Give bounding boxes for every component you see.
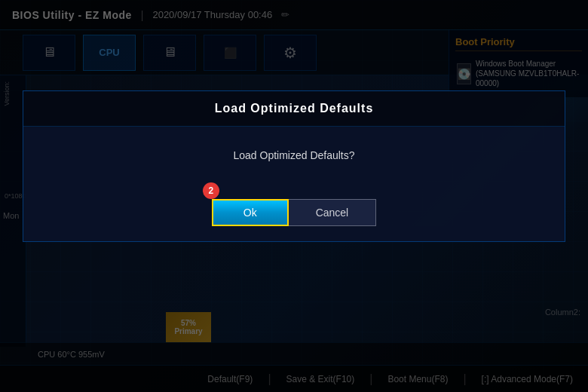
dialog-body: Load Optimized Defaults? 2 Ok Cancel xyxy=(23,127,565,241)
step-badge: 2 xyxy=(203,182,219,199)
dialog-title: Load Optimized Defaults xyxy=(215,102,374,115)
load-defaults-dialog: Load Optimized Defaults Load Optimized D… xyxy=(23,90,565,242)
dialog-question: Load Optimized Defaults? xyxy=(233,149,354,161)
dialog-title-bar: Load Optimized Defaults xyxy=(23,91,565,127)
cancel-button[interactable]: Cancel xyxy=(289,199,377,226)
dialog-buttons: 2 Ok Cancel xyxy=(212,199,376,226)
ok-button[interactable]: Ok xyxy=(212,199,289,226)
